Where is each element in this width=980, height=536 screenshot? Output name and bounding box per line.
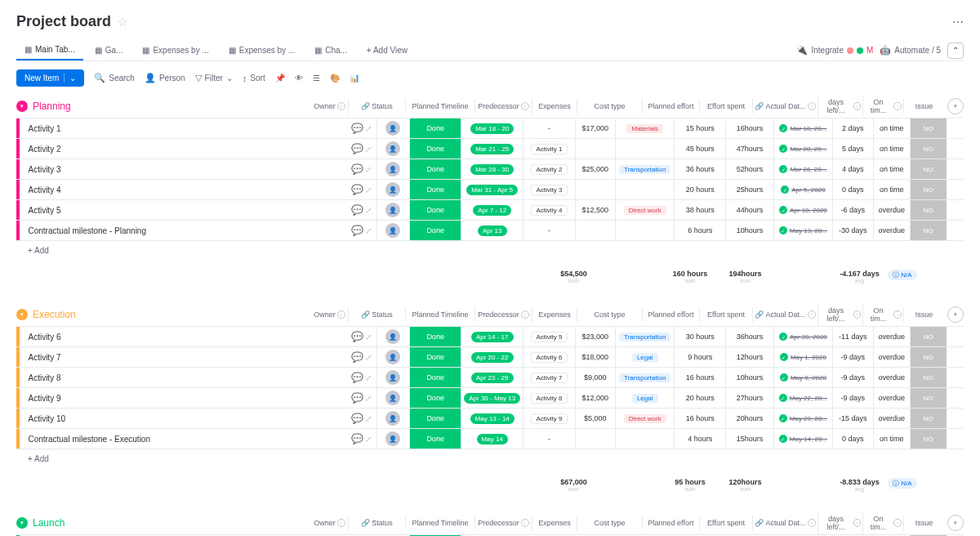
days-left-cell[interactable]: 2 days [832,118,873,138]
issue-cell[interactable]: NO [910,368,947,387]
effort-spent-cell[interactable]: 10hours [725,368,773,387]
predecessor-cell[interactable]: - [523,429,574,449]
chat-icon[interactable]: 💬 [351,392,363,404]
expand-icon[interactable]: ⤢ [365,353,372,362]
expenses-cell[interactable] [575,180,616,199]
item-name[interactable]: Contractual milestone - Execution [20,429,346,449]
add-column-button[interactable]: + [947,306,964,323]
collapse-button[interactable]: ⌃ [947,42,964,59]
chat-icon[interactable]: 💬 [351,163,363,175]
planned-effort-cell[interactable]: 36 hours [674,159,725,179]
view-tab[interactable]: ▦Expenses by ... [220,41,303,60]
cost-type-cell[interactable]: Transportation [615,327,674,346]
planned-effort-cell[interactable]: 20 hours [674,180,725,199]
predecessor-cell[interactable]: Activity 1 [523,139,574,159]
actual-date-cell[interactable]: ✓May 22, 20... [773,388,832,408]
add-item-button[interactable]: + Add [16,240,964,260]
expand-icon[interactable]: ⤢ [365,435,372,444]
on-time-cell[interactable]: on time [873,429,910,449]
search-button[interactable]: 🔍Search [94,73,135,83]
effort-spent-cell[interactable]: 36hours [725,327,773,346]
table-row[interactable]: Activity 4💬⤢👤DoneMar 31 - Apr 5Activity … [16,179,964,199]
timeline-cell[interactable]: May 14 [461,429,523,449]
timeline-cell[interactable]: Apr 13 [461,221,523,240]
actual-date-cell[interactable]: ✓Mar 26, 20... [773,159,832,179]
column-header[interactable]: Expenses [532,99,577,114]
status-cell[interactable]: Done [409,347,461,367]
item-name[interactable]: Contractual milestone - Planning [20,221,346,240]
planned-effort-cell[interactable]: 4 hours [674,429,725,449]
hide-icon[interactable]: 👁 [295,74,303,83]
predecessor-cell[interactable]: Activity 6 [523,347,574,367]
status-cell[interactable]: Done [409,409,461,428]
item-name[interactable]: Activity 10 [20,409,346,428]
status-cell[interactable]: Done [409,327,461,346]
group-collapse-toggle[interactable]: ▾ [16,100,28,112]
chat-icon[interactable]: 💬 [351,433,363,444]
expenses-cell[interactable]: $25,000 [575,159,616,179]
cost-type-cell[interactable] [615,180,674,199]
planned-effort-cell[interactable]: 38 hours [674,200,725,220]
add-column-button[interactable]: + [947,515,964,531]
expenses-cell[interactable]: $12,500 [575,200,616,220]
add-item-button[interactable]: + Add [16,449,964,468]
effort-spent-cell[interactable]: 44hours [725,200,773,220]
status-cell[interactable]: Done [409,159,461,179]
column-header[interactable]: Owneri [311,516,348,530]
star-icon[interactable]: ☆ [118,16,128,29]
cost-type-cell[interactable] [615,139,674,159]
column-header[interactable]: days left/...i [817,95,862,118]
expenses-cell[interactable]: $17,000 [575,118,616,138]
owner-cell[interactable]: 👤 [376,139,410,159]
status-cell[interactable]: Done [409,139,461,159]
column-header[interactable]: On tim...i [862,303,903,326]
issue-cell[interactable]: NO [910,200,947,220]
item-name[interactable]: Activity 7 [20,347,346,367]
column-header[interactable]: Predecessori [474,99,532,114]
column-header[interactable]: Planned Timeline [405,516,474,530]
status-cell[interactable]: Done [409,429,461,449]
column-header[interactable]: 🔗Actual Dat...i [752,307,817,322]
effort-spent-cell[interactable]: 52hours [725,159,773,179]
effort-spent-cell[interactable]: 25hours [725,180,773,199]
on-time-cell[interactable]: overdue [873,221,910,240]
chat-icon[interactable]: 💬 [351,225,363,236]
expand-icon[interactable]: ⤢ [365,145,372,154]
status-cell[interactable]: Done [409,368,461,387]
owner-cell[interactable]: 👤 [376,429,410,449]
effort-spent-cell[interactable]: 15hours [725,429,773,449]
owner-cell[interactable]: 👤 [376,118,410,138]
table-row[interactable]: Contractual milestone - Planning💬⤢👤DoneA… [16,220,964,240]
issue-cell[interactable]: NO [910,327,947,346]
chart-icon[interactable]: 📊 [350,74,359,83]
effort-spent-cell[interactable]: 12hours [725,347,773,367]
column-header[interactable]: 🔗Status [348,516,405,530]
group-title[interactable]: Planning [33,100,71,112]
owner-cell[interactable]: 👤 [376,180,410,199]
on-time-cell[interactable]: overdue [873,200,910,220]
expand-icon[interactable]: ⤢ [365,124,372,133]
filter-button[interactable]: ▽Filter⌄ [195,73,233,83]
actual-date-cell[interactable]: ✓May 1, 2020 [773,347,832,367]
effort-spent-cell[interactable]: 10hours [725,221,773,240]
timeline-cell[interactable]: Mar 18 - 20 [461,118,523,138]
column-header[interactable]: Effort spent [699,516,752,530]
column-header[interactable]: days left/...i [817,303,862,326]
expenses-cell[interactable]: $23,000 [575,327,616,346]
chat-icon[interactable]: 💬 [351,204,363,216]
days-left-cell[interactable]: -9 days [832,388,873,408]
status-cell[interactable]: Done [409,118,461,138]
column-header[interactable]: Predecessori [474,516,532,530]
status-cell[interactable]: Done [409,200,461,220]
height-icon[interactable]: ☰ [313,74,320,83]
expenses-cell[interactable]: $18,000 [575,347,616,367]
status-cell[interactable]: Done [409,221,461,240]
predecessor-cell[interactable]: - [523,118,574,138]
on-time-cell[interactable]: on time [873,139,910,159]
person-filter-button[interactable]: 👤Person [145,73,185,83]
table-row[interactable]: Activity 6💬⤢👤DoneApr 14 - 17Activity 5$2… [16,326,964,346]
owner-cell[interactable]: 👤 [376,221,410,240]
view-tab[interactable]: ▦Ga... [87,41,131,60]
column-header[interactable]: On tim...i [862,95,903,118]
table-row[interactable]: Activity 5💬⤢👤DoneApr 7 - 12Activity 4$12… [16,199,964,220]
